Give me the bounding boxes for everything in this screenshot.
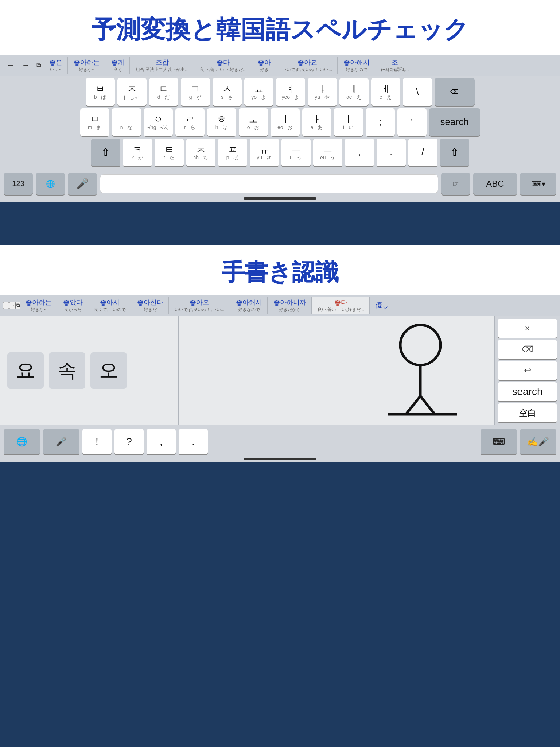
123-btn[interactable]: 123 (4, 173, 33, 195)
nav-back-btn-2[interactable]: ← (3, 302, 9, 309)
keyboard-area-1: ← → ⧉ 좋은 いい~ 좋아하는 好きな~ 좋게 良く 조합 組合;民法上二人… (0, 55, 560, 202)
key-quote[interactable]: ' (397, 108, 427, 136)
suggestion-item[interactable]: 조합 組合;民法上二人以上が出... (131, 57, 194, 74)
hw-search-btn[interactable]: search (498, 382, 557, 401)
suggestion-bar-2: ← → ⧉ 좋아하는 好きな~ 좋았다 良かった 좋아서 良くて;いいので 좋아… (0, 295, 560, 316)
nav-forward-btn[interactable]: → (18, 59, 34, 71)
handwriting-area: 요 속 오 × ⌫ (0, 316, 560, 425)
key-h[interactable]: ㅎh は (207, 108, 236, 136)
search-key-1[interactable]: search (429, 108, 480, 136)
suggestion-item[interactable]: 좋아 好き (253, 57, 276, 74)
key-yo[interactable]: ㅛyo よ (244, 78, 273, 106)
key-r[interactable]: ㄹr ら (175, 108, 205, 136)
key-g[interactable]: ㄱg が (181, 78, 210, 106)
key-backslash[interactable]: \ (403, 78, 432, 106)
key-comma[interactable]: , (345, 139, 374, 166)
text-input-1[interactable] (100, 174, 438, 193)
keyboard-area-2: ← → ⧉ 좋아하는 好きな~ 좋았다 良かった 좋아서 良くて;いいので 좋아… (0, 295, 560, 462)
key-period[interactable]: . (377, 139, 406, 166)
mic-btn-1[interactable]: 🎤 (68, 173, 97, 195)
suggestion-item-2[interactable]: 좋아하니까 好きだから (268, 297, 312, 314)
key-slash[interactable]: / (408, 139, 438, 166)
comma-key[interactable]: , (147, 429, 176, 454)
key-m[interactable]: ㅁm ま (80, 108, 109, 136)
exclaim-key[interactable]: ! (82, 429, 112, 454)
key-a[interactable]: ㅏa あ (302, 108, 331, 136)
suggestion-item[interactable]: 좋게 良く (106, 57, 130, 74)
key-rows-1: ㅂb ば ㅈj じゃ ㄷd だ ㄱg が ㅅs さ ㅛyo よ ㅕyeo よ ㅑ… (0, 76, 560, 170)
keyboard-toolbar-2: 🌐 🎤 ! ? , . ⌨︎ ✍🎤 (0, 425, 560, 458)
suggestion-item-2[interactable]: 좋아한다 好きだ (132, 297, 169, 314)
suggestion-item[interactable]: 좋은 いい~ (44, 57, 68, 74)
key-s[interactable]: ㅅs さ (213, 78, 242, 106)
handwriting-canvas[interactable] (179, 316, 494, 425)
hand-btn[interactable]: ☞ (441, 173, 470, 195)
period-key[interactable]: . (179, 429, 208, 454)
shift-right-key[interactable]: ⇧ (440, 139, 469, 166)
hw-char-o[interactable]: 오 (90, 352, 127, 389)
hw-return-btn[interactable]: ↩ (498, 361, 557, 380)
shift-left-key[interactable]: ⇧ (91, 139, 120, 166)
suggestion-item-2[interactable]: 좋았다 良かった (58, 297, 88, 314)
suggestion-item-2[interactable]: 좋아하는 好きな~ (20, 297, 57, 314)
key-d[interactable]: ㄷd だ (149, 78, 178, 106)
globe-btn-1[interactable]: 🌐 (36, 173, 65, 195)
suggestion-item-2[interactable]: 優し (370, 297, 394, 314)
scroll-indicator-1 (244, 197, 316, 200)
key-eo[interactable]: ㅓeo お (271, 108, 300, 136)
scroll-indicator-2 (244, 458, 316, 460)
keyboard-toggle-btn-1[interactable]: ⌨︎▾ (520, 173, 556, 195)
handwriting-candidates: 요 속 오 (0, 316, 179, 425)
key-t[interactable]: ㅌt た (155, 139, 184, 166)
hw-space-btn[interactable]: 空白 (498, 403, 557, 422)
key-ya[interactable]: ㅑya や (308, 78, 337, 106)
key-ng[interactable]: ㅇ-/ng -/ん (144, 108, 173, 136)
key-p[interactable]: ㅍp ぱ (218, 139, 247, 166)
key-e[interactable]: ㅔe え (371, 78, 400, 106)
key-i[interactable]: ㅣi い (334, 108, 363, 136)
key-u[interactable]: ㅜu う (281, 139, 311, 166)
divider (0, 202, 560, 245)
delete-key-1[interactable]: ⌫ (435, 78, 475, 106)
suggestion-item-2[interactable]: 좋아서 良くて;いいので (89, 297, 131, 314)
key-ch[interactable]: ㅊch ち (186, 139, 215, 166)
copy-btn-2[interactable]: ⧉ (16, 302, 20, 309)
key-yeo[interactable]: ㅕyeo よ (276, 78, 305, 106)
suggestion-item[interactable]: 조 (+하다)調和,... (376, 57, 414, 74)
svg-line-2 (406, 396, 420, 414)
key-semicolon[interactable]: ; (366, 108, 395, 136)
suggestion-item[interactable]: 좋아요 いいです,良いね！,いい... (277, 57, 338, 74)
hw-close-btn[interactable]: × (498, 319, 557, 338)
suggestion-item[interactable]: 좋다 良い,善い,いい;好きだ... (195, 57, 252, 74)
key-yu[interactable]: ㅠyu ゆ (250, 139, 279, 166)
bottom-dark-area (0, 462, 560, 499)
nav-back-btn[interactable]: ← (3, 59, 18, 71)
keyboard-toggle-btn-2[interactable]: ⌨︎ (481, 429, 517, 454)
suggestion-item-highlighted[interactable]: 좋다 良い,善い;いい;好きだ... (312, 297, 370, 314)
hw-char-yo[interactable]: 요 (7, 352, 44, 389)
abc-btn[interactable]: ABC (473, 173, 517, 195)
suggestion-item-2[interactable]: 좋아해서 好きなので (231, 297, 268, 314)
key-k[interactable]: ㅋk か (123, 139, 152, 166)
globe-btn-2[interactable]: 🌐 (4, 429, 40, 454)
handwrite-mic-btn[interactable]: ✍🎤 (520, 429, 556, 454)
key-ae[interactable]: ㅐae え (339, 78, 369, 106)
suggestion-item[interactable]: 좋아해서 好きなので (338, 57, 375, 74)
hw-delete-btn[interactable]: ⌫ (498, 340, 557, 359)
key-row-2: ㅁm ま ㄴn な ㅇ-/ng -/ん ㄹr ら ㅎh は ㅗo お ㅓeo お… (2, 108, 558, 136)
question-key[interactable]: ? (114, 429, 144, 454)
nav-forward-btn-2[interactable]: → (9, 302, 15, 309)
key-o[interactable]: ㅗo お (239, 108, 268, 136)
key-b[interactable]: ㅂb ば (86, 78, 115, 106)
handwriting-drawing (179, 316, 494, 425)
suggestion-item-2[interactable]: 좋아요 いいです,良いね！,いい... (170, 297, 230, 314)
copy-btn[interactable]: ⧉ (34, 60, 44, 71)
mic-btn-2[interactable]: 🎤 (43, 429, 79, 454)
bottom-title: 手書き認識 (11, 256, 549, 288)
key-n[interactable]: ㄴn な (112, 108, 141, 136)
hw-char-sok[interactable]: 속 (49, 352, 85, 389)
key-eu[interactable]: ㅡeu う (313, 139, 342, 166)
suggestion-item[interactable]: 좋아하는 好きな~ (69, 57, 105, 74)
key-j[interactable]: ㅈj じゃ (117, 78, 147, 106)
suggestion-items-1: 좋은 いい~ 좋아하는 好きな~ 좋게 良く 조합 組合;民法上二人以上が出..… (44, 57, 557, 74)
